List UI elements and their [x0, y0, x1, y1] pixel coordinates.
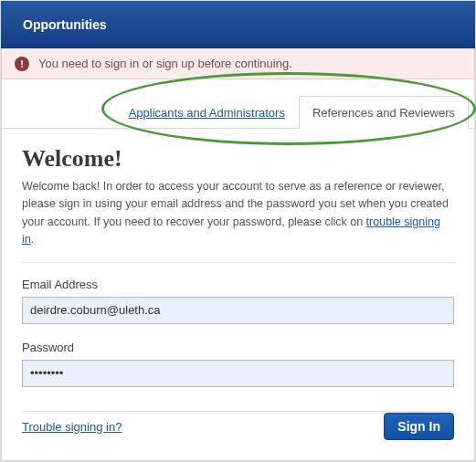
intro-body-b: . [31, 233, 34, 246]
content-area: Welcome! Welcome back! In order to acces… [2, 129, 474, 412]
email-field[interactable] [22, 297, 454, 324]
divider-bottom [22, 411, 454, 412]
header-bar: Opportunities [1, 1, 475, 48]
tab-reviewers[interactable]: References and Reviewers [299, 96, 469, 129]
page-title: Welcome! [22, 145, 454, 173]
brand-link[interactable]: Opportunities [23, 17, 107, 32]
divider-top [22, 262, 454, 263]
tab-applicants[interactable]: Applicants and Administrators [115, 96, 299, 129]
signin-button[interactable]: Sign In [384, 413, 454, 440]
password-label: Password [22, 341, 454, 354]
alert-banner: ! You need to sign in or sign up before … [1, 48, 475, 79]
footer-row: Trouble signing in? Sign In [22, 413, 454, 440]
alert-text: You need to sign in or sign up before co… [38, 57, 292, 70]
alert-icon: ! [15, 57, 29, 71]
tab-bar: Applicants and Administrators References… [2, 79, 474, 129]
intro-text: Welcome back! In order to access your ac… [22, 178, 454, 249]
main-panel: Applicants and Administrators References… [1, 79, 475, 461]
trouble-signin-link[interactable]: Trouble signing in? [22, 420, 122, 434]
password-field[interactable] [22, 360, 454, 387]
app-window: Opportunities ! You need to sign in or s… [0, 0, 476, 462]
email-label: Email Address [22, 278, 454, 291]
